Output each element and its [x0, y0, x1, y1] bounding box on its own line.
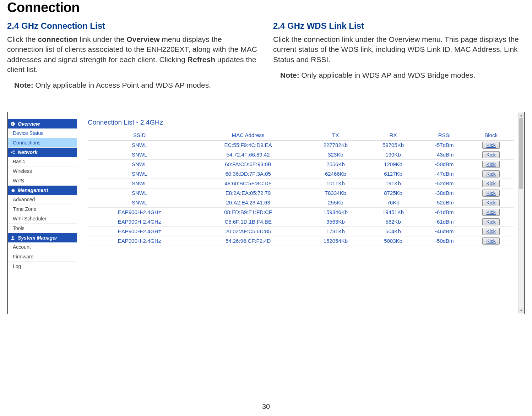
- sidebar-item-advanced[interactable]: Advanced: [8, 195, 77, 204]
- kick-button[interactable]: Kick: [482, 237, 499, 245]
- cell-tx: 1731Kb: [305, 226, 366, 236]
- cell-tx: 78334Kb: [305, 188, 366, 198]
- cell-rssi: -57dBm: [420, 140, 468, 150]
- kick-button[interactable]: Kick: [482, 142, 499, 149]
- sidebar-section-management[interactable]: Management: [8, 186, 77, 195]
- table-row: SNWLE8:2A:EA:05:72:7978334Kb8725Kb-38dBm…: [88, 188, 514, 198]
- scroll-thumb[interactable]: [519, 118, 523, 189]
- cell-ssid: SNWL: [88, 188, 191, 198]
- page-title: Connection: [7, 0, 525, 15]
- kick-button[interactable]: Kick: [482, 209, 499, 216]
- cell-tx: 62466Kb: [305, 169, 366, 179]
- right-heading: 2.4 GHz WDS Link List: [273, 21, 525, 31]
- col-header-ssid: SSID: [88, 130, 191, 141]
- kick-button[interactable]: Kick: [482, 151, 499, 158]
- svg-point-5: [12, 236, 14, 238]
- cell-rx: 6127Kb: [366, 169, 420, 179]
- cell-rssi: -61dBm: [420, 217, 468, 226]
- sidebar-item-wireless[interactable]: Wireless: [8, 166, 77, 176]
- cell-rssi: -52dBm: [420, 179, 468, 188]
- admin-ui-screenshot: iOverviewDevice StatusConnectionsNetwork…: [7, 112, 525, 314]
- table-row: EAP900H-2.4GHzC8:6F:1D:1B:F4:BE3563Kb582…: [88, 217, 514, 226]
- sidebar-section-overview[interactable]: iOverview: [8, 119, 77, 128]
- kick-button[interactable]: Kick: [482, 190, 499, 197]
- cell-block: Kick: [468, 159, 514, 169]
- cell-block: Kick: [468, 140, 514, 150]
- sidebar-section-label: System Manager: [18, 235, 57, 241]
- cell-ssid: EAP900H-2.4GHz: [88, 236, 191, 246]
- kick-button[interactable]: Kick: [482, 218, 499, 225]
- cell-block: Kick: [468, 188, 514, 198]
- cell-mac: 60:FA:CD:6E:93:0B: [191, 159, 305, 169]
- table-row: EAP900H-2.4GHz08:ED:B9:E1:FD:CF159346Kb1…: [88, 207, 514, 217]
- sidebar: iOverviewDevice StatusConnectionsNetwork…: [8, 112, 77, 314]
- cell-ssid: SNWL: [88, 150, 191, 159]
- table-row: SNWL20:A2:E4:23:41:63255Kb76Kb-52dBmKick: [88, 198, 514, 207]
- cell-ssid: EAP900H-2.4GHz: [88, 217, 191, 226]
- cell-rssi: -50dBm: [420, 159, 468, 169]
- sidebar-item-log[interactable]: Log: [8, 262, 77, 271]
- sidebar-item-tools[interactable]: Tools: [8, 224, 77, 233]
- left-column: 2.4 GHz Connection List Click the connec…: [7, 21, 259, 91]
- sidebar-section-label: Network: [18, 149, 37, 155]
- kick-button[interactable]: Kick: [482, 161, 499, 168]
- cell-tx: 1011Kb: [305, 179, 366, 188]
- sidebar-section-network[interactable]: Network: [8, 148, 77, 157]
- col-header-mac-address: MAC Address: [191, 130, 305, 141]
- cell-tx: 227782Kb: [305, 140, 366, 150]
- cell-tx: 159346Kb: [305, 207, 366, 217]
- cell-rx: 19451Kb: [366, 207, 420, 217]
- table-row: SNWL48:60:BC:5E:8C:DF1011Kb191Kb-52dBmKi…: [88, 179, 514, 188]
- col-header-rx: RX: [366, 130, 420, 141]
- sidebar-item-connections[interactable]: Connections: [8, 138, 77, 148]
- page-number: 30: [262, 403, 270, 411]
- sidebar-item-firmware[interactable]: Firmware: [8, 252, 77, 262]
- cell-mac: EC:55:F9:4C:D9:EA: [191, 140, 305, 150]
- connection-list-title: Connection List - 2.4GHz: [88, 119, 514, 126]
- cell-block: Kick: [468, 179, 514, 188]
- left-body: Click the connection link under the Over…: [7, 34, 259, 75]
- cell-mac: C8:6F:1D:1B:F4:BE: [191, 217, 305, 226]
- col-header-rssi: RSSI: [420, 130, 468, 141]
- cell-rx: 59705Kb: [366, 140, 420, 150]
- cell-tx: 255Kb: [305, 198, 366, 207]
- user-icon: [10, 235, 16, 241]
- kick-button[interactable]: Kick: [482, 170, 499, 177]
- cell-block: Kick: [468, 198, 514, 207]
- sidebar-item-wifi-scheduler[interactable]: WiFi Scheduler: [8, 214, 77, 224]
- table-row: EAP900H-2.4GHz20:02:AF:C5:6D:851731Kb504…: [88, 226, 514, 236]
- scroll-up-arrow-icon[interactable]: ▲: [519, 113, 524, 118]
- kick-button[interactable]: Kick: [482, 180, 499, 187]
- sidebar-item-device-status[interactable]: Device Status: [8, 128, 77, 138]
- cell-rx: 76Kb: [366, 198, 420, 207]
- table-row: SNWL60:36:DD:7F:3A:0562466Kb6127Kb-47dBm…: [88, 169, 514, 179]
- col-header-block: Block: [468, 130, 514, 141]
- cell-rssi: -52dBm: [420, 198, 468, 207]
- vertical-scrollbar[interactable]: ▲ ▼: [518, 113, 524, 313]
- table-row: SNWLEC:55:F9:4C:D9:EA227782Kb59705Kb-57d…: [88, 140, 514, 150]
- cell-rx: 5003Kb: [366, 236, 420, 246]
- cell-rssi: -61dBm: [420, 207, 468, 217]
- sidebar-item-time-zone[interactable]: Time Zone: [8, 204, 77, 214]
- connection-table: SSIDMAC AddressTXRXRSSIBlock SNWLEC:55:F…: [88, 130, 514, 246]
- scroll-down-arrow-icon[interactable]: ▼: [519, 308, 524, 313]
- kick-button[interactable]: Kick: [482, 199, 499, 206]
- col-header-tx: TX: [305, 130, 366, 141]
- share-icon: [10, 149, 16, 155]
- kick-button[interactable]: Kick: [482, 228, 499, 235]
- sidebar-item-wps[interactable]: WPS: [8, 176, 77, 186]
- cell-tx: 152054Kb: [305, 236, 366, 246]
- cell-rssi: -38dBm: [420, 188, 468, 198]
- gear-icon: [10, 187, 16, 193]
- body-columns: 2.4 GHz Connection List Click the connec…: [7, 21, 525, 91]
- cell-rx: 8725Kb: [366, 188, 420, 198]
- sidebar-item-account[interactable]: Account: [8, 242, 77, 252]
- cell-ssid: EAP900H-2.4GHz: [88, 207, 191, 217]
- cell-mac: 48:60:BC:5E:8C:DF: [191, 179, 305, 188]
- cell-rx: 1209Kb: [366, 159, 420, 169]
- sidebar-item-basic[interactable]: Basic: [8, 157, 77, 166]
- cell-rx: 190Kb: [366, 150, 420, 159]
- table-row: SNWL60:FA:CD:6E:93:0B2556Kb1209Kb-50dBmK…: [88, 159, 514, 169]
- sidebar-section-system-manager[interactable]: System Manager: [8, 233, 77, 242]
- sidebar-section-label: Overview: [18, 121, 40, 127]
